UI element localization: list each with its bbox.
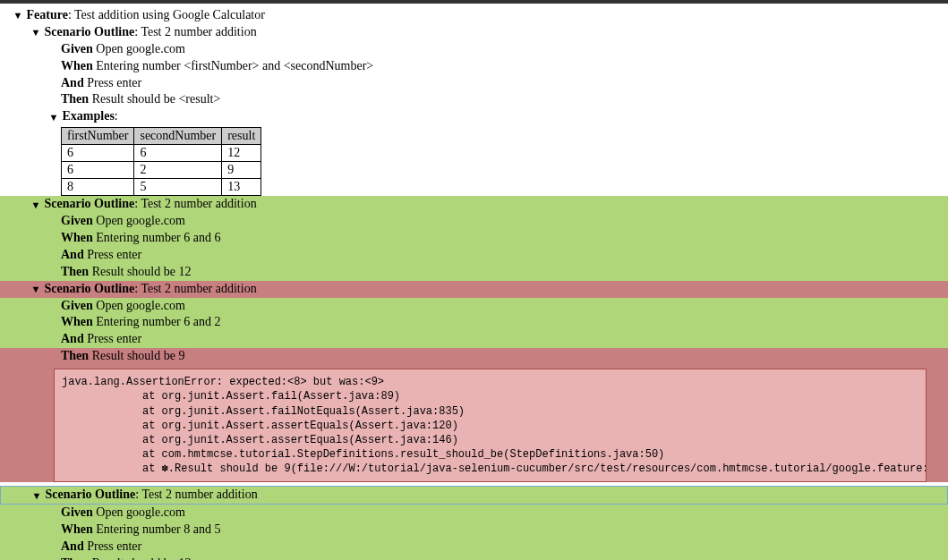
error-line: at ✽.Result should be 9(file:///W:/tutor… (62, 462, 918, 476)
table-header-row: firstNumber secondNumber result (62, 128, 261, 145)
error-line: at org.junit.Assert.failNotEquals(Assert… (62, 404, 918, 419)
scenario-header[interactable]: ▼ Scenario Outline: Test 2 number additi… (0, 486, 948, 505)
scenario-result-pass: ▼ Scenario Outline: Test 2 number additi… (0, 486, 948, 560)
examples-header[interactable]: ▼ Examples: (0, 108, 948, 125)
scenario-outline-header[interactable]: ▼ Scenario Outline: Test 2 number additi… (0, 24, 948, 41)
step-then: Then Result should be <result> (0, 91, 948, 108)
feature-title: Test addition using Google Calculator (74, 8, 265, 21)
step-when: When Entering number 8 and 5 (0, 522, 948, 539)
step-given: Given Open google.com (0, 41, 948, 58)
col-firstnumber: firstNumber (62, 128, 134, 145)
col-result: result (222, 128, 261, 145)
step-then: Then Result should be 13 (0, 556, 948, 560)
error-line: at com.hmtmcse.tutorial.StepDefinitions.… (62, 447, 918, 462)
step-and: And Press enter (0, 247, 948, 264)
scenario-outline-title: Test 2 number addition (141, 25, 256, 38)
examples-table: firstNumber secondNumber result 6 6 12 6… (61, 127, 261, 196)
table-row[interactable]: 8 5 13 (62, 179, 261, 196)
error-stacktrace[interactable]: java.lang.AssertionError: expected:<8> b… (54, 369, 927, 482)
scenario-title: Test 2 number addition (141, 197, 256, 210)
step-when: When Entering number 6 and 6 (0, 230, 948, 247)
scenario-header[interactable]: ▼ Scenario Outline: Test 2 number additi… (0, 196, 948, 213)
step-and: And Press enter (0, 539, 948, 556)
chevron-down-icon[interactable]: ▼ (30, 199, 41, 212)
table-row[interactable]: 6 6 12 (62, 145, 261, 162)
error-line: at org.junit.Assert.fail(Assert.java:89) (62, 389, 918, 403)
step-then: Then Result should be 12 (0, 264, 948, 281)
feature-keyword: Feature (27, 8, 68, 21)
chevron-down-icon[interactable]: ▼ (30, 26, 41, 39)
chevron-down-icon[interactable]: ▼ (48, 111, 59, 124)
error-line: at org.junit.Assert.assertEquals(Assert.… (62, 419, 918, 433)
error-line: at org.junit.Assert.assertEquals(Assert.… (62, 433, 918, 447)
scenario-title: Test 2 number addition (141, 488, 257, 501)
feature-header[interactable]: ▼ Feature: Test addition using Google Ca… (0, 7, 948, 24)
step-given: Given Open google.com (0, 298, 948, 315)
colon: : (68, 8, 74, 21)
step-then-failed: Then Result should be 9 (0, 348, 948, 365)
chevron-down-icon[interactable]: ▼ (13, 9, 23, 22)
chevron-down-icon[interactable]: ▼ (31, 489, 42, 503)
step-given: Given Open google.com (0, 213, 948, 230)
scenario-result-pass: ▼ Scenario Outline: Test 2 number additi… (0, 196, 948, 280)
step-and: And Press enter (0, 331, 948, 348)
col-secondnumber: secondNumber (134, 128, 222, 145)
step-given: Given Open google.com (0, 505, 948, 522)
scenario-result-fail: ▼ Scenario Outline: Test 2 number additi… (0, 281, 948, 483)
step-and: And Press enter (0, 75, 948, 92)
error-line: java.lang.AssertionError: expected:<8> b… (62, 376, 384, 388)
scenario-outline-keyword: Scenario Outline (45, 25, 135, 38)
table-row[interactable]: 6 2 9 (62, 162, 261, 179)
scenario-header[interactable]: ▼ Scenario Outline: Test 2 number additi… (0, 281, 948, 298)
scenario-title: Test 2 number addition (141, 282, 256, 295)
step-when: When Entering number 6 and 2 (0, 314, 948, 331)
step-when: When Entering number <firstNumber> and <… (0, 58, 948, 75)
examples-keyword: Examples (63, 109, 115, 123)
chevron-down-icon[interactable]: ▼ (30, 283, 41, 296)
